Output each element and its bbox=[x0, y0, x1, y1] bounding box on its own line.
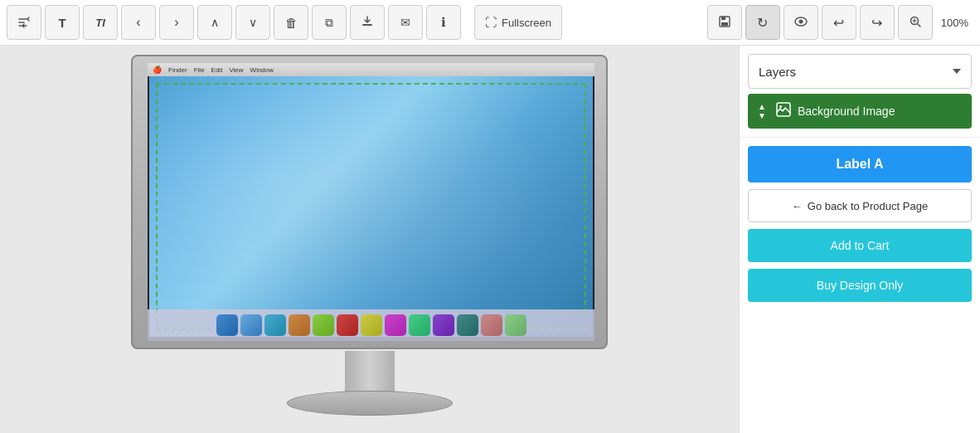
undo-icon: ↩ bbox=[833, 15, 844, 31]
arrow-right-icon: › bbox=[174, 15, 178, 30]
mac-dock bbox=[148, 309, 594, 341]
fullscreen-icon: ⛶ bbox=[485, 16, 497, 29]
zoom-icon bbox=[910, 16, 921, 30]
delete-icon: 🗑 bbox=[285, 16, 298, 30]
download-icon bbox=[361, 16, 373, 30]
dock-icon-1 bbox=[216, 314, 238, 336]
dock-icon-8 bbox=[385, 314, 406, 336]
canvas-area: 🍎 Finder File Edit View Window bbox=[0, 46, 740, 433]
svg-rect-2 bbox=[721, 17, 725, 20]
mac-menu-apple: 🍎 bbox=[153, 66, 162, 74]
eye-icon bbox=[794, 16, 808, 29]
save-button[interactable] bbox=[707, 5, 742, 40]
svg-rect-0 bbox=[362, 24, 372, 26]
refresh-button[interactable]: ↻ bbox=[745, 5, 780, 40]
text-italic-button[interactable]: TI bbox=[83, 5, 118, 40]
undo-button[interactable]: ↩ bbox=[822, 5, 856, 40]
layers-dropdown-label: Layers bbox=[759, 65, 796, 79]
refresh-icon: ↻ bbox=[757, 15, 768, 31]
layer-item-background[interactable]: ▲ ▼ Background Image bbox=[748, 94, 972, 129]
svg-rect-3 bbox=[721, 22, 728, 26]
go-back-button[interactable]: ← Go back to Product Page bbox=[748, 189, 972, 222]
monitor-inner: 🍎 Finder File Edit View Window bbox=[148, 63, 594, 341]
dock-icon-3 bbox=[264, 314, 286, 336]
copy-button[interactable]: ⧉ bbox=[312, 5, 347, 40]
arrow-down-button[interactable]: ∨ bbox=[235, 5, 270, 40]
layer-up-arrow[interactable]: ▲ bbox=[758, 103, 766, 111]
main-area: 🍎 Finder File Edit View Window bbox=[0, 46, 980, 433]
toolbar-right: ↻ ↩ ↪ 100% bbox=[707, 5, 973, 40]
layers-panel: Layers ▲ ▼ Backgrou bbox=[740, 46, 980, 138]
delete-button[interactable]: 🗑 bbox=[274, 5, 308, 40]
dock-icon-10 bbox=[433, 314, 454, 336]
mac-menu-window: Window bbox=[250, 66, 274, 74]
text-icon: T bbox=[58, 16, 65, 30]
mac-menubar: 🍎 Finder File Edit View Window bbox=[148, 63, 594, 76]
text-button[interactable]: T bbox=[45, 5, 80, 40]
info-button[interactable]: ℹ bbox=[426, 5, 461, 40]
monitor-container: 🍎 Finder File Edit View Window bbox=[131, 55, 608, 424]
zoom-button[interactable] bbox=[898, 5, 933, 40]
mac-menu-view: View bbox=[229, 66, 243, 74]
design-only-button[interactable]: Buy Design Only bbox=[748, 269, 972, 302]
redo-icon: ↪ bbox=[871, 15, 882, 31]
layers-dropdown[interactable]: Layers bbox=[748, 54, 972, 89]
svg-point-8 bbox=[779, 105, 782, 108]
arrow-up-button[interactable]: ∧ bbox=[197, 5, 232, 40]
email-button[interactable]: ✉ bbox=[388, 5, 423, 40]
dock-icon-13 bbox=[505, 314, 526, 336]
dock-icon-4 bbox=[289, 314, 310, 336]
dock-icon-9 bbox=[409, 314, 430, 336]
mac-menu-finder: Finder bbox=[168, 66, 187, 74]
monitor-stand-base bbox=[287, 391, 453, 416]
email-icon: ✉ bbox=[400, 16, 410, 29]
arrow-right-button[interactable]: › bbox=[159, 5, 194, 40]
arrow-up-icon: ∧ bbox=[211, 16, 219, 29]
arrow-left-button[interactable]: ‹ bbox=[121, 5, 156, 40]
right-panel: Layers ▲ ▼ Backgrou bbox=[740, 46, 980, 433]
dock-icon-11 bbox=[457, 314, 478, 336]
actions-panel: Label A ← Go back to Product Page Add to… bbox=[740, 138, 980, 310]
eye-button[interactable] bbox=[784, 5, 818, 40]
arrow-left-icon: ‹ bbox=[136, 15, 140, 30]
layer-controls: ▲ ▼ bbox=[758, 103, 766, 120]
chevron-down-icon bbox=[953, 69, 961, 74]
go-back-label: Go back to Product Page bbox=[808, 200, 928, 212]
fullscreen-label: Fullscreen bbox=[502, 17, 551, 29]
selection-border bbox=[156, 83, 586, 330]
arrow-down-icon: ∨ bbox=[249, 16, 257, 29]
save-icon bbox=[718, 15, 731, 31]
dock-icon-6 bbox=[337, 314, 358, 336]
shuffle-button[interactable] bbox=[7, 5, 41, 40]
monitor-stand-neck bbox=[345, 351, 395, 392]
mac-menu-file: File bbox=[194, 66, 205, 74]
copy-icon: ⧉ bbox=[325, 16, 333, 30]
text-italic-icon: TI bbox=[95, 17, 105, 29]
mac-menu-edit: Edit bbox=[211, 66, 223, 74]
monitor-screen bbox=[149, 76, 593, 337]
fullscreen-button[interactable]: ⛶ Fullscreen bbox=[474, 5, 562, 40]
info-icon: ℹ bbox=[441, 15, 446, 30]
layer-down-arrow[interactable]: ▼ bbox=[758, 112, 766, 120]
monitor-bezel: 🍎 Finder File Edit View Window bbox=[131, 55, 608, 349]
toolbar: T TI ‹ › ∧ ∨ 🗑 ⧉ ✉ ℹ ⛶ Fullscreen bbox=[0, 0, 980, 46]
add-to-cart-button[interactable]: Add to Cart bbox=[748, 229, 972, 262]
dock-icon-12 bbox=[481, 314, 502, 336]
dock-icon-2 bbox=[240, 314, 262, 336]
download-button[interactable] bbox=[350, 5, 385, 40]
svg-point-5 bbox=[798, 20, 803, 24]
redo-button[interactable]: ↪ bbox=[860, 5, 895, 40]
zoom-level: 100% bbox=[936, 17, 973, 29]
dock-icon-5 bbox=[313, 314, 334, 336]
layer-image-icon bbox=[776, 102, 791, 120]
dock-icon-7 bbox=[361, 314, 382, 336]
label-a-button[interactable]: Label A bbox=[748, 146, 972, 182]
layer-item-label: Background Image bbox=[798, 105, 895, 118]
arrow-left-icon: ← bbox=[792, 200, 803, 212]
layers-list: ▲ ▼ Background Image bbox=[748, 94, 972, 129]
